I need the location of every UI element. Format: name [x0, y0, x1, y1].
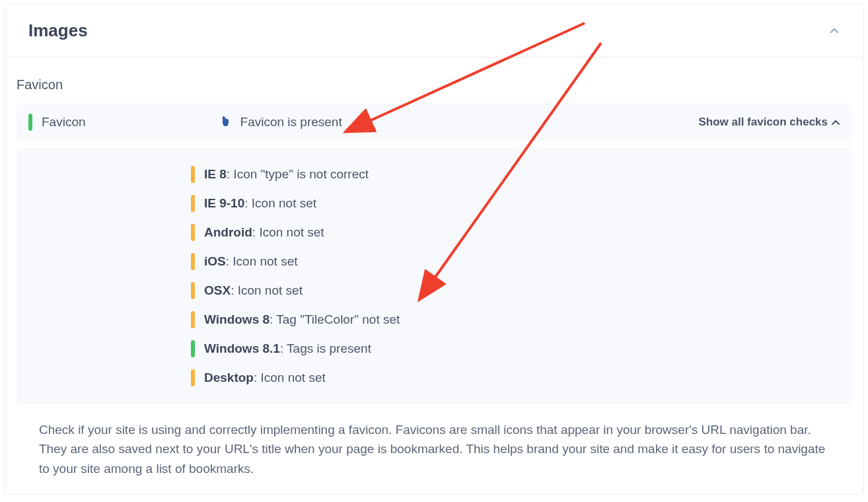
check-row: Windows 8: Tag "TileColor" not set [191, 305, 840, 334]
card-header[interactable]: Images [5, 5, 863, 57]
check-row: Desktop: Icon not set [191, 363, 840, 392]
images-card: Images Favicon Favicon Favicon is pres [4, 4, 864, 495]
check-message: : Icon not set [226, 254, 298, 268]
check-platform: OSX [204, 283, 231, 297]
check-platform: IE 8 [204, 167, 227, 181]
show-all-label: Show all favicon checks [698, 116, 828, 129]
description-line-2: They are also saved next to your URL's t… [39, 439, 829, 478]
check-platform: iOS [204, 254, 226, 268]
check-text: iOS: Icon not set [204, 254, 298, 269]
card-title: Images [28, 20, 88, 41]
check-text: IE 9-10: Icon not set [204, 196, 316, 211]
favicon-summary: Favicon Favicon is present Show all favi… [17, 103, 851, 141]
check-platform: Windows 8 [204, 312, 270, 326]
pointer-icon [218, 115, 233, 129]
summary-status-text: Favicon is present [240, 115, 342, 129]
check-text: Windows 8.1: Tags is present [204, 341, 371, 356]
status-indicator [191, 253, 195, 270]
card-body: Favicon Favicon Favicon is present [5, 57, 863, 494]
status-indicator [191, 195, 195, 212]
check-message: : Tags is present [280, 341, 371, 355]
status-indicator [191, 311, 195, 328]
chevron-up-icon [832, 116, 840, 129]
check-text: IE 8: Icon "type" is not correct [204, 167, 369, 182]
summary-label-group: Favicon [28, 114, 86, 131]
summary-left: Favicon Favicon is present [28, 114, 342, 131]
status-indicator [191, 282, 195, 299]
check-message: : Icon not set [231, 283, 303, 297]
chevron-up-icon [829, 26, 840, 36]
check-row: Windows 8.1: Tags is present [191, 334, 840, 363]
check-text: Windows 8: Tag "TileColor" not set [204, 312, 400, 327]
show-all-checks-toggle[interactable]: Show all favicon checks [698, 116, 840, 129]
check-row: IE 8: Icon "type" is not correct [191, 160, 840, 189]
check-text: OSX: Icon not set [204, 283, 303, 298]
check-message: : Icon "type" is not correct [227, 167, 369, 181]
status-indicator [28, 114, 32, 131]
check-platform: Windows 8.1 [204, 341, 280, 355]
status-indicator [191, 340, 195, 357]
section-title: Favicon [17, 77, 851, 92]
check-row: IE 9-10: Icon not set [191, 189, 840, 218]
check-platform: IE 9-10 [204, 196, 244, 210]
summary-status-group: Favicon is present [218, 115, 342, 129]
check-message: : Icon not set [252, 225, 324, 239]
description-line-1: Check if your site is using and correctl… [39, 420, 829, 439]
check-message: : Icon not set [254, 371, 326, 384]
status-indicator [191, 369, 195, 386]
status-indicator [191, 166, 195, 183]
check-row: OSX: Icon not set [191, 276, 840, 305]
check-platform: Desktop [204, 371, 254, 384]
favicon-description: Check if your site is using and correctl… [17, 416, 851, 478]
summary-label-text: Favicon [42, 115, 86, 129]
check-row: iOS: Icon not set [191, 247, 840, 276]
check-message: : Tag "TileColor" not set [270, 312, 400, 326]
check-message: : Icon not set [244, 196, 316, 210]
check-row: Android: Icon not set [191, 218, 840, 247]
check-text: Desktop: Icon not set [204, 371, 326, 385]
check-platform: Android [204, 225, 252, 239]
favicon-checks-list: IE 8: Icon "type" is not correctIE 9-10:… [17, 148, 851, 404]
status-indicator [191, 224, 195, 241]
check-text: Android: Icon not set [204, 225, 324, 240]
